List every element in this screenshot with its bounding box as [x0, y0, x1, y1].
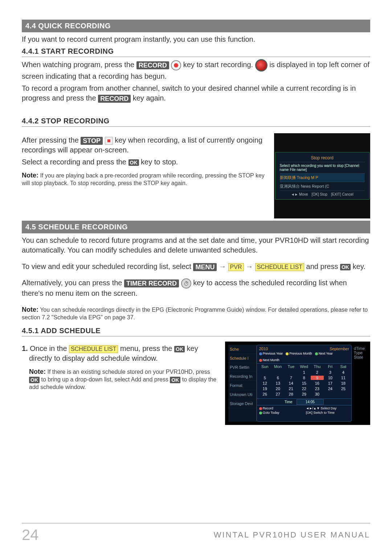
t: If there is an existing schedule stored …: [47, 369, 210, 375]
time-label: Time: [285, 400, 293, 404]
stop-record-dialog: Stop record Select which recording you w…: [275, 152, 369, 200]
page-number: 24: [22, 526, 39, 544]
side-item: Format: [228, 381, 256, 390]
time-value: 14:05: [297, 399, 324, 405]
record-dot-icon: [171, 60, 181, 70]
t: menu, press the: [120, 344, 174, 352]
sr-footer: ◄► Move [OK] Stop [EXIT] Cancel: [280, 191, 365, 196]
t: When watching program, press the: [22, 61, 136, 69]
ok-key-badge: OK: [174, 346, 185, 352]
cal-date: 29: [298, 392, 311, 396]
cal-year: 2010: [259, 347, 268, 351]
sec442-note: Note: If you are playing back a pre-reco…: [22, 171, 268, 187]
arrow-icon: →: [219, 262, 228, 270]
cal-sidebar: Sche Schedule l PVR Settin Recording In …: [228, 345, 257, 422]
section-4-4-2-header: 4.4.2 STOP RECORDING: [22, 117, 370, 127]
cal-date: 8: [298, 376, 311, 380]
sr-row2: 亚洲风情台 News Report (C: [280, 182, 365, 191]
record-key-badge: RECORD: [136, 61, 169, 69]
sr-move: ◄► Move: [291, 192, 308, 196]
f: ◄►/▲▼ Select Day: [306, 406, 349, 410]
k: Previous Year: [263, 352, 283, 355]
sec45-path: To view and edit your scheduled recordin…: [22, 262, 370, 271]
sec45-intro: You can schedule to record future progra…: [22, 236, 370, 255]
cal-date: [337, 392, 350, 396]
cal-date: 6: [271, 376, 285, 380]
t: to bring up a drop-down list, select Add…: [41, 376, 170, 383]
cal-date: 17: [324, 381, 337, 385]
schedule-calendar-screenshot: Sche Schedule l PVR Settin Recording In …: [225, 342, 370, 425]
k: Next Month: [263, 358, 279, 362]
cal-date: 16: [311, 381, 324, 385]
ok-key-badge: OK: [29, 377, 40, 383]
sec451-step1: 1. Once in the SCHEDULE LIST menu, press…: [29, 344, 219, 363]
side-item: Unknown Uti: [228, 390, 256, 399]
cal-date: 7: [285, 376, 298, 380]
sec441-body2: To record a program from another channel…: [22, 83, 370, 103]
stop-key-badge: STOP: [81, 137, 103, 145]
sec45-note: Note: You can schedule recordings direct…: [22, 306, 370, 322]
f: [OK] Switch to Time: [306, 411, 349, 414]
cal-date: 20: [271, 387, 285, 391]
sec442-body2: Select a recording and press the OK key …: [22, 157, 268, 167]
cal-date: [285, 370, 298, 375]
section-4-4-header: 4.4 QUICK RECORDING: [22, 20, 370, 32]
cal-day-headers: SunMonTueWedThuFriSat: [257, 364, 351, 369]
step-num: 1.: [22, 344, 28, 352]
note-label: Note:: [22, 306, 38, 313]
cal-date: 27: [271, 392, 285, 396]
t: Alternatively, you can press the: [22, 279, 124, 287]
t: To view and edit your scheduled recordin…: [22, 262, 193, 270]
f: Goto Today: [263, 411, 279, 414]
cal-time-row: Time 14:05: [257, 398, 351, 405]
sr-prompt: Select which recording you want to stop …: [280, 162, 365, 173]
cal-day: Sat: [337, 364, 350, 369]
cal-day: Wed: [298, 364, 311, 369]
t: key to start recording.: [183, 61, 255, 69]
note-label: Note:: [29, 368, 46, 375]
t: Once in the: [30, 344, 69, 352]
section-4-5-1-header: 4.5.1 ADD SCHEDULE: [22, 327, 370, 336]
t: key again.: [133, 94, 166, 102]
schedule-list-highlight: SCHEDULE LIST: [255, 263, 304, 271]
section-4-4-1-header: 4.4.1 START RECORDING: [22, 47, 370, 57]
cal-date: 30: [311, 392, 324, 396]
t: key to stop.: [141, 158, 178, 166]
recording-indicator-icon: [255, 59, 268, 71]
sidebar-title: Sche: [228, 345, 256, 354]
cal-date: [271, 370, 285, 375]
footer-title: WINTAL PVR10HD USER MANUAL: [214, 530, 370, 540]
menu-key-badge: MENU: [193, 263, 217, 271]
sec44-intro: If you want to record current program in…: [22, 34, 370, 44]
sidebar-sub: Schedule l: [228, 354, 256, 363]
sec442-body1: After pressing the STOP key when recordi…: [22, 135, 268, 155]
sr-row1: 新闻联播 Tracing M P: [280, 173, 365, 182]
arrow-icon: →: [246, 262, 255, 270]
manual-page: 4.4 QUICK RECORDING If you want to recor…: [0, 0, 392, 556]
cal-date: 15: [298, 381, 311, 385]
stop-square-icon: [105, 137, 113, 145]
cal-date: 26: [258, 392, 271, 396]
note-text: You can schedule recordings directly in …: [22, 307, 368, 320]
cal-date: [258, 370, 271, 375]
cal-day: Thu: [311, 364, 324, 369]
t: After pressing the: [22, 136, 81, 144]
k: Previous Month: [289, 352, 312, 355]
t: key.: [353, 262, 366, 270]
cal-date: 14: [285, 381, 298, 385]
cal-day: Sun: [258, 364, 271, 369]
cal-day: Mon: [271, 364, 285, 369]
t: Select a recording and press the: [22, 158, 128, 166]
section-4-5-header: 4.5 SCHEDULE RECORDING: [22, 221, 370, 233]
t: To record a program from another channel…: [22, 84, 356, 102]
cal-footer: Record ◄►/▲▼ Select Day Goto Today [OK] …: [257, 405, 351, 416]
cal-date: 22: [298, 387, 311, 391]
sec441-body1: When watching program, press the RECORD …: [22, 59, 370, 81]
k: Next Year: [319, 352, 333, 355]
cal-date: 5: [258, 376, 271, 380]
timer-record-badge: TIMER RECORD: [124, 279, 179, 287]
cal-date: 9: [311, 376, 324, 380]
cal-right-columns: dTime Type State: [352, 345, 367, 422]
sec451-note: Note: If there is an existing schedule s…: [29, 368, 219, 391]
note-text: If you are playing back a pre-recorded p…: [22, 172, 265, 186]
